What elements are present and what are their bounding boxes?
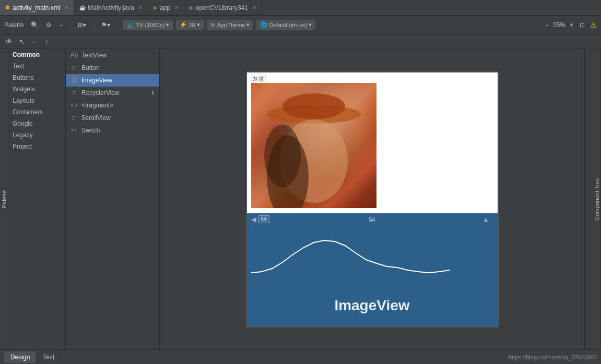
tab-app[interactable]: ▶ app ✕ [148, 0, 184, 15]
tab-mainactivity-java[interactable]: ☕ MainActivity.java ✕ [74, 0, 148, 15]
close-icon[interactable]: ✕ [138, 5, 143, 10]
category-text[interactable]: Text [8, 60, 65, 72]
warning-icon: ⚠ [590, 21, 597, 29]
tab-activity-xml[interactable]: 🗎 activity_main.xml ✕ [0, 0, 74, 15]
tab-opencv[interactable]: ▶ openCVLibrary341 ✕ [184, 0, 262, 15]
category-legacy[interactable]: Legacy [8, 129, 65, 141]
arrow-left-button[interactable]: ← [30, 37, 40, 47]
bottom-url: https://blog.csdn.net/qq_37643960 [509, 354, 597, 360]
main-toolbar: Palette 🔍 ⚙ − ⊞▾ ⚑▾ 📺 TV (1080p) ▾ ⚡ 28 … [0, 16, 601, 34]
recyclerview-icon: ≡ [70, 89, 78, 96]
close-icon[interactable]: ✕ [174, 5, 179, 10]
close-icon[interactable]: ✕ [64, 5, 68, 10]
widget-button[interactable]: □ Button [66, 62, 159, 74]
preview-top-section: 灰度 [247, 72, 498, 213]
widget-recyclerview[interactable]: ≡ RecyclerView ⬇ [66, 87, 159, 99]
xml-icon: 🗎 [5, 5, 10, 10]
zoom-control: − 25% + ⊡ [543, 20, 587, 30]
palette-label: Palette [4, 21, 23, 29]
eye-button[interactable]: 👁 [4, 37, 14, 47]
palette-vertical-label: Palette [1, 190, 7, 208]
chart-arrow-up: ▲ [483, 216, 489, 223]
layout-toggle-button[interactable]: ⊞▾ [76, 20, 88, 30]
canvas-content: 灰度 [160, 49, 584, 349]
textview-icon: Ab [70, 52, 78, 59]
category-project[interactable]: Project [8, 141, 65, 152]
zoom-out-button[interactable]: − [543, 20, 551, 30]
widget-scrollview-label: ScrollView [81, 114, 111, 122]
divider [93, 20, 94, 30]
api-icon: ⚡ [180, 21, 187, 28]
widget-switch[interactable]: •○ Switch [66, 124, 159, 137]
button-icon: □ [70, 64, 78, 71]
theme-label: AppTheme [217, 22, 245, 28]
close-icon[interactable]: ✕ [252, 5, 256, 10]
component-tree-label: Component Tree [594, 178, 600, 221]
cursor-button[interactable]: ↖ [18, 37, 26, 47]
device-icon: 📺 [127, 21, 134, 28]
category-layouts[interactable]: Layouts [8, 95, 65, 106]
app-icon: ▶ [154, 5, 158, 10]
category-buttons[interactable]: Buttons [8, 72, 65, 83]
bottom-tabs: Design Text [4, 351, 61, 363]
flag-button[interactable]: ⚑▾ [99, 20, 112, 30]
chart-container [247, 226, 498, 285]
toolbar-right: − 25% + ⊡ ⚠ [543, 20, 597, 30]
download-icon[interactable]: ⬇ [150, 90, 155, 96]
device-selector[interactable]: 📺 TV (1080p) ▾ [123, 20, 173, 30]
preview-bottom-section: ◀ 54 54 ▲ ImageView [247, 213, 498, 326]
tab-text[interactable]: Text [37, 351, 61, 363]
widget-scrollview[interactable]: □ ScrollView [66, 112, 159, 124]
category-common[interactable]: Common [8, 49, 65, 60]
search-button[interactable]: 🔍 [29, 20, 41, 30]
palette-categories: Common Text Buttons Widgets Layouts Cont… [8, 49, 65, 349]
api-label: 28 [188, 22, 195, 28]
zoom-level: 25% [553, 21, 565, 29]
widget-list: Ab TextView □ Button 🖼 ImageView ≡ Recyc… [66, 49, 159, 349]
preview-label: 灰度 [251, 75, 266, 83]
chevron-down-icon: ▾ [246, 21, 250, 28]
api-selector[interactable]: ⚡ 28 ▾ [176, 20, 203, 30]
theme-icon: ◎ [210, 21, 216, 28]
chart-header: ◀ 54 54 ▲ [247, 213, 498, 226]
widget-imageview[interactable]: 🖼 ImageView [66, 74, 159, 87]
tab-label: activity_main.xml [13, 4, 60, 11]
device-label: TV (1080p) [136, 22, 164, 28]
settings-button[interactable]: ⚙ [44, 20, 54, 30]
theme-selector[interactable]: ◎ AppTheme ▾ [207, 20, 254, 30]
minimize-button[interactable]: − [57, 20, 65, 30]
chart-nav-left[interactable]: ◀ [251, 215, 256, 223]
scrollview-icon: □ [70, 114, 78, 122]
widget-fragment-label: <fragment> [81, 102, 113, 109]
locale-selector[interactable]: 🌐 Default (en-us) ▾ [256, 20, 315, 30]
divider [70, 20, 70, 30]
tab-design[interactable]: Design [4, 351, 37, 363]
widget-button-label: Button [81, 64, 100, 71]
lena-svg [251, 83, 376, 208]
chevron-down-icon: ▾ [197, 21, 200, 28]
category-containers[interactable]: Containers [8, 106, 65, 118]
svg-point-4 [264, 125, 301, 187]
main-area: Palette Common Text Buttons Widgets Layo… [0, 49, 601, 349]
canvas-area: 灰度 [160, 49, 584, 349]
opencv-icon: ▶ [190, 5, 194, 10]
locale-label: Default (en-us) [269, 22, 307, 28]
tab-bar: 🗎 activity_main.xml ✕ ☕ MainActivity.jav… [0, 0, 601, 16]
secondary-toolbar: 👁 ↖ ← ↑ [0, 34, 601, 49]
lena-image-container [251, 83, 376, 208]
component-tree-sidebar[interactable]: Component Tree [593, 49, 601, 349]
widget-fragment[interactable]: <> <fragment> [66, 99, 159, 112]
chevron-down-icon: ▾ [309, 21, 312, 28]
lena-image [251, 83, 376, 208]
java-icon: ☕ [79, 5, 86, 10]
zoom-fit-button[interactable]: ⊡ [578, 20, 587, 30]
zoom-in-button[interactable]: + [568, 20, 575, 30]
category-google[interactable]: Google [8, 118, 65, 129]
arrow-up-button[interactable]: ↑ [44, 37, 50, 47]
phone-preview: 灰度 [246, 71, 499, 327]
category-widgets[interactable]: Widgets [8, 83, 65, 95]
right-scrollbar [584, 49, 593, 349]
tab-label: openCVLibrary341 [196, 4, 248, 11]
tab-label: app [160, 4, 170, 11]
widget-textview[interactable]: Ab TextView [66, 49, 159, 62]
